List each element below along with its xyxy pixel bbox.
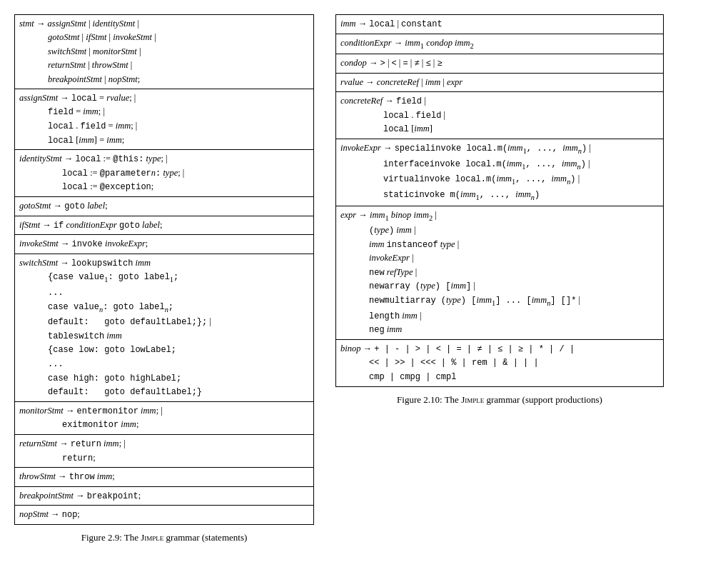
expr-rule: expr → imm1 binop imm2 | (type) imm | im… [336, 206, 664, 339]
returnstmt-rule: returnStmt → return imm; | return; [15, 435, 314, 468]
assignstmt-rule: assignStmt → local = rvalue; | field = i… [15, 89, 314, 149]
table-row: throwStmt → throw imm; [15, 468, 314, 487]
throwstmt-rule: throwStmt → throw imm; [15, 468, 314, 487]
ifstmt-rule: ifStmt → if conditionExpr goto label; [15, 216, 314, 235]
switchstmt-rule: switchStmt → lookupswitch imm {case valu… [15, 254, 314, 401]
table-row: assignStmt → local = rvalue; | field = i… [15, 89, 314, 149]
concreteref-rule: concreteRef → field | local . field | lo… [336, 92, 664, 139]
invokeexpr-rule: invokeExpr → specialinvoke local.m(imm1,… [336, 139, 664, 206]
table-row: nopStmt → nop; [15, 506, 314, 525]
breakpointstmt-rule: breakpointStmt → breakpoint; [15, 486, 314, 506]
table-row: breakpointStmt → breakpoint; [15, 486, 314, 506]
table-row: expr → imm1 binop imm2 | (type) imm | im… [336, 206, 664, 339]
right-grammar-table: imm → local | constant conditionExpr → i… [335, 14, 664, 387]
table-row: condop → > | < | = | ≠ | ≤ | ≥ [336, 54, 664, 74]
conditionexpr-rule: conditionExpr → imm1 condop imm2 [336, 34, 664, 54]
table-row: invokeStmt → invoke invokeExpr; [15, 235, 314, 254]
identitystmt-rule: identityStmt → local := @this: type; | l… [15, 150, 314, 197]
monitorstmt-rule: monitorStmt → entermonitor imm; | exitmo… [15, 401, 314, 434]
table-row: imm → local | constant [336, 15, 664, 34]
table-row: binop → + | - | > | < | = | ≠ | ≤ | ≥ | … [336, 339, 664, 386]
imm-rule: imm → local | constant [336, 15, 664, 34]
table-row: rvalue → concreteRef | imm | expr [336, 73, 664, 91]
right-caption: Figure 2.10: The Jimple grammar (support… [335, 394, 664, 406]
table-row: returnStmt → return imm; | return; [15, 435, 314, 468]
table-row: gotoStmt → goto label; [15, 197, 314, 216]
table-row: monitorStmt → entermonitor imm; | exitmo… [15, 401, 314, 434]
table-row: conditionExpr → imm1 condop imm2 [336, 34, 664, 54]
left-panel: stmt → assignStmt | identityStmt | gotoS… [14, 14, 314, 543]
condop-rule: condop → > | < | = | ≠ | ≤ | ≥ [336, 54, 664, 74]
table-row: ifStmt → if conditionExpr goto label; [15, 216, 314, 235]
table-row: switchStmt → lookupswitch imm {case valu… [15, 254, 314, 401]
right-panel: imm → local | constant conditionExpr → i… [335, 14, 664, 406]
nopstmt-rule: nopStmt → nop; [15, 506, 314, 525]
left-grammar-table: stmt → assignStmt | identityStmt | gotoS… [14, 14, 314, 525]
page-layout: stmt → assignStmt | identityStmt | gotoS… [14, 14, 714, 543]
table-row: concreteRef → field | local . field | lo… [336, 92, 664, 139]
stmt-rule: stmt → assignStmt | identityStmt | gotoS… [15, 15, 314, 89]
table-row: stmt → assignStmt | identityStmt | gotoS… [15, 15, 314, 89]
invokestmt-rule: invokeStmt → invoke invokeExpr; [15, 235, 314, 254]
gotostmt-rule: gotoStmt → goto label; [15, 197, 314, 216]
table-row: identityStmt → local := @this: type; | l… [15, 150, 314, 197]
binop-rule: binop → + | - | > | < | = | ≠ | ≤ | ≥ | … [336, 339, 664, 386]
table-row: invokeExpr → specialinvoke local.m(imm1,… [336, 139, 664, 206]
rvalue-rule: rvalue → concreteRef | imm | expr [336, 73, 664, 91]
left-caption: Figure 2.9: The Jimple grammar (statemen… [14, 532, 314, 543]
